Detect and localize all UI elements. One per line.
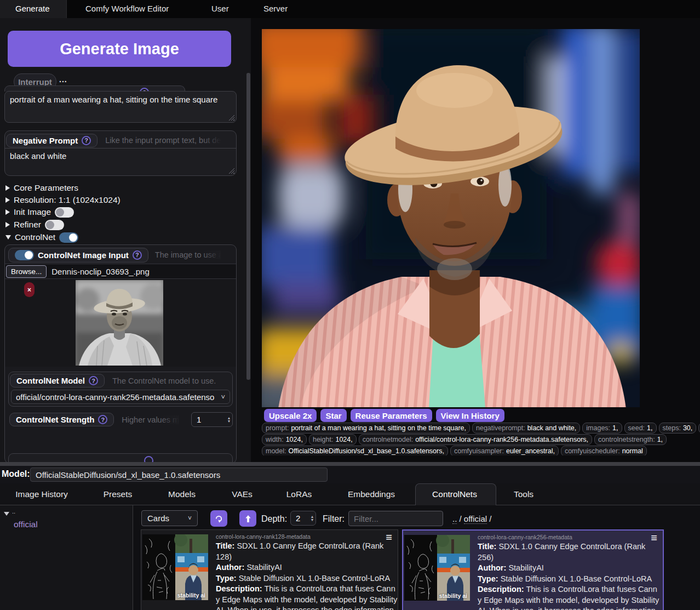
section-label: Resolution: 1:1 (1024x1024): [14, 195, 121, 205]
filter-label: Filter:: [323, 514, 345, 524]
controlnet-strength-hint: Higher values mak: [122, 415, 179, 424]
chevron-right-icon: [5, 185, 10, 191]
controlnet-strength-label: ControlNet Strength: [16, 415, 94, 424]
more-options-button[interactable]: ...: [59, 75, 67, 84]
tab-vaes[interactable]: VAEs: [232, 489, 253, 499]
meta-pill: controlnetmodel:official/control-lora-ca…: [359, 434, 592, 445]
controlnet-model-box: ControlNet Model ? The ControlNet model …: [8, 372, 233, 407]
section-resolution[interactable]: Resolution: 1:1 (1024x1024): [5, 195, 121, 206]
card-description: Description: This is a ControlLora that …: [216, 584, 398, 610]
upload-button[interactable]: [239, 510, 256, 527]
meta-pill: steps:30,: [659, 423, 697, 434]
view-in-history-button[interactable]: View In History: [436, 409, 504, 422]
help-icon[interactable]: ?: [89, 376, 98, 385]
depth-input[interactable]: ▴▾: [290, 511, 316, 526]
negative-prompt-box: Negative Prompt ? Like the input prompt …: [4, 130, 237, 176]
card-filename: control-lora-canny-rank128-metadata: [216, 533, 398, 540]
controlnet-strength-value[interactable]: [192, 415, 214, 424]
controlnet-model-value: official/control-lora-canny-rank256-meta…: [16, 392, 214, 402]
section-init-image[interactable]: Init Image: [5, 207, 74, 218]
tab-presets[interactable]: Presets: [104, 489, 133, 499]
help-icon[interactable]: ?: [82, 136, 91, 145]
nav-tab-generate-label[interactable]: Generate: [15, 4, 50, 13]
section-label: Refiner: [14, 220, 41, 230]
tab-controlnets[interactable]: ControlNets: [432, 489, 477, 499]
controlnet-input-thumbnail[interactable]: [76, 280, 163, 366]
filter-input[interactable]: [348, 511, 443, 526]
controlnet-image-preview: ×: [5, 279, 236, 367]
meta-pill: negativeprompt:black and white,: [472, 423, 580, 434]
prompt-text: portrait of a man wearing a hat, sitting…: [10, 95, 217, 104]
help-icon[interactable]: ?: [98, 415, 107, 424]
controlnet-strength-input[interactable]: ▴▾: [191, 412, 233, 427]
meta-pill: seed:1,: [624, 423, 657, 434]
resize-handle-icon[interactable]: [228, 168, 234, 174]
controlnet-strength-box: ControlNet Strength ? Higher values mak …: [8, 411, 233, 452]
breadcrumb: .. / official /: [452, 514, 491, 523]
model-input[interactable]: [30, 468, 328, 482]
reuse-parameters-button[interactable]: Reuse Parameters: [351, 409, 432, 422]
negative-prompt-hint: Like the input prompt text, but descri: [105, 136, 221, 145]
browse-button[interactable]: Browse...: [6, 265, 47, 278]
help-icon[interactable]: ?: [133, 250, 142, 260]
generated-image[interactable]: [262, 29, 640, 407]
model-bar: Model:: [0, 466, 700, 483]
folder-tree: .. official: [0, 505, 133, 610]
controlnet-image-filename: Dennis-noclip_03693_.png: [51, 267, 149, 276]
nav-tab-server[interactable]: Server: [263, 4, 288, 13]
card-description: Description: This is a ControlLora that …: [478, 584, 659, 610]
controlnet-card-rank128[interactable]: stability ai ≡ control-lora-canny-rank12…: [141, 529, 398, 610]
init-image-toggle[interactable]: [55, 207, 74, 218]
chevron-down-icon: ˅: [221, 393, 225, 401]
stepper-icon[interactable]: ▴▾: [311, 515, 313, 522]
card-filename: control-lora-canny-rank256-metadata: [478, 534, 659, 540]
nav-tab-user[interactable]: User: [211, 4, 229, 13]
breadcrumb-separator: /: [460, 514, 462, 523]
section-controlnet[interactable]: ControlNet: [5, 232, 78, 243]
refresh-button[interactable]: [210, 510, 227, 527]
meta-pill: comfyuisampler:euler_ancestral,: [450, 446, 559, 455]
top-nav: Generate Comfy Workflow Editor User Serv…: [0, 0, 700, 18]
meta-pill: comfyuischeduler:normal: [561, 446, 647, 455]
section-core-parameters[interactable]: Core Parameters: [5, 183, 78, 193]
remove-image-button[interactable]: ×: [24, 282, 35, 297]
upscale-2x-button[interactable]: Upscale 2x: [264, 409, 317, 422]
depth-value[interactable]: [291, 514, 304, 523]
tab-embeddings[interactable]: Embeddings: [348, 489, 395, 499]
controlnet-toggle[interactable]: [59, 232, 78, 243]
tab-models[interactable]: Models: [168, 489, 196, 499]
generate-panel: Generate Image Interrupt ... ? portrait …: [0, 18, 251, 462]
panel-divider[interactable]: [0, 462, 700, 466]
tree-expand-icon[interactable]: [4, 512, 9, 516]
tab-image-history[interactable]: Image History: [15, 489, 68, 499]
section-refiner[interactable]: Refiner: [5, 219, 64, 230]
depth-label: Depth:: [261, 514, 287, 524]
star-button[interactable]: Star: [320, 409, 346, 422]
breadcrumb-official[interactable]: official: [464, 514, 487, 524]
resize-handle-icon[interactable]: [228, 115, 234, 121]
chevron-right-icon: [5, 222, 10, 227]
refresh-icon: [215, 515, 223, 523]
controlnet-image-input-toggle[interactable]: [15, 250, 34, 260]
tree-up-item[interactable]: ..: [12, 508, 15, 515]
prompt-textarea[interactable]: portrait of a man wearing a hat, sitting…: [4, 91, 237, 123]
negative-prompt-label: Negative Prompt: [13, 136, 78, 145]
controlnet-model-select[interactable]: official/control-lora-canny-rank256-meta…: [11, 390, 230, 404]
stability-watermark: stability ai: [404, 535, 470, 601]
view-mode-select[interactable]: Cards ˅: [141, 510, 198, 526]
tree-folder-official[interactable]: official: [14, 520, 38, 529]
breadcrumb-up[interactable]: ..: [452, 514, 457, 524]
section-label: Init Image: [14, 207, 51, 217]
tab-loras[interactable]: LoRAs: [286, 489, 312, 499]
stepper-icon[interactable]: ▴▾: [228, 417, 230, 423]
negative-prompt-textarea[interactable]: black and white: [5, 148, 236, 175]
nav-tab-comfy-workflow-editor[interactable]: Comfy Workflow Editor: [85, 4, 169, 13]
upload-arrow-icon: [244, 515, 252, 523]
generate-image-button[interactable]: Generate Image: [8, 31, 231, 67]
controlnet-card-rank256-selected[interactable]: stability ai ≡ control-lora-canny-rank25…: [402, 529, 664, 610]
panel-scrollbar[interactable]: [246, 73, 250, 380]
meta-pill: model:OfficialStableDiffusion/sd_xl_base…: [262, 446, 448, 455]
refiner-toggle[interactable]: [45, 220, 64, 230]
chevron-right-icon: [5, 197, 10, 203]
tab-tools[interactable]: Tools: [514, 489, 533, 499]
